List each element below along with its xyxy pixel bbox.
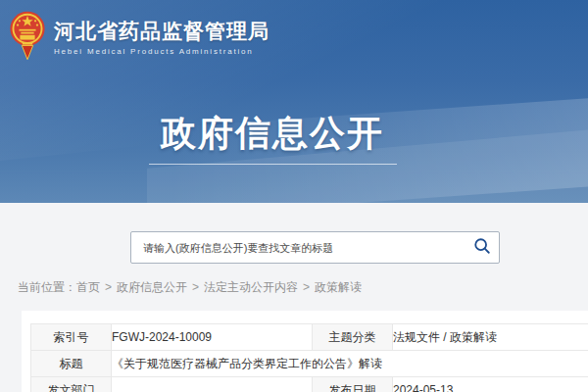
breadcrumb-item-policy-interpretation[interactable]: 政策解读 bbox=[315, 280, 362, 294]
document-card: 索引号 FGWJ-2024-10009 主题分类 法规文件 / 政策解读 标题 … bbox=[22, 311, 588, 392]
breadcrumb-item-home[interactable]: 首页 bbox=[76, 280, 100, 294]
title-underline bbox=[149, 164, 397, 165]
breadcrumb-separator: > bbox=[105, 280, 112, 294]
search-box bbox=[130, 231, 500, 264]
table-row-department: 发文部门 发布日期 2024-05-13 bbox=[31, 377, 588, 392]
page-title: 政府信息公开 bbox=[161, 110, 384, 158]
index-number-label: 索引号 bbox=[31, 324, 112, 351]
title-label: 标题 bbox=[31, 351, 112, 377]
category-label: 主题分类 bbox=[313, 324, 393, 351]
breadcrumb-separator: > bbox=[303, 280, 310, 294]
search-icon bbox=[473, 237, 491, 258]
document-info-table: 索引号 FGWJ-2024-10009 主题分类 法规文件 / 政策解读 标题 … bbox=[30, 323, 588, 392]
search-input[interactable] bbox=[131, 242, 466, 254]
breadcrumb-separator: > bbox=[192, 280, 199, 294]
department-value bbox=[112, 377, 313, 392]
breadcrumb-item-info-disclosure[interactable]: 政府信息公开 bbox=[117, 280, 187, 294]
national-emblem-icon bbox=[9, 9, 46, 66]
title-value: 《关于规范医疗器械产品分类界定工作的公告》解读 bbox=[112, 351, 588, 377]
breadcrumb: 当前位置：首页>政府信息公开>法定主动公开内容>政策解读 bbox=[18, 279, 362, 296]
site-logo-text: 河北省药品监督管理局 Hebei Medical Products Admini… bbox=[54, 19, 270, 56]
breadcrumb-item-statutory-content[interactable]: 法定主动公开内容 bbox=[204, 280, 298, 294]
site-name-chinese: 河北省药品监督管理局 bbox=[54, 19, 270, 44]
breadcrumb-location-label: 当前位置： bbox=[18, 280, 76, 294]
main-content: 当前位置：首页>政府信息公开>法定主动公开内容>政策解读 索引号 FGWJ-20… bbox=[0, 203, 588, 392]
department-label: 发文部门 bbox=[31, 377, 112, 392]
table-row-index: 索引号 FGWJ-2024-10009 主题分类 法规文件 / 政策解读 bbox=[31, 324, 588, 351]
publish-date-value: 2024-05-13 bbox=[393, 377, 588, 392]
site-name-english: Hebei Medical Products Administration bbox=[54, 47, 270, 56]
search-button[interactable] bbox=[466, 232, 499, 263]
site-logo-link[interactable]: 河北省药品监督管理局 Hebei Medical Products Admini… bbox=[9, 9, 270, 66]
publish-date-label: 发布日期 bbox=[313, 377, 393, 392]
table-row-title: 标题 《关于规范医疗器械产品分类界定工作的公告》解读 bbox=[31, 351, 588, 377]
category-value: 法规文件 / 政策解读 bbox=[393, 324, 588, 351]
index-number-value: FGWJ-2024-10009 bbox=[112, 324, 313, 351]
header-banner: 河北省药品监督管理局 Hebei Medical Products Admini… bbox=[0, 0, 588, 203]
